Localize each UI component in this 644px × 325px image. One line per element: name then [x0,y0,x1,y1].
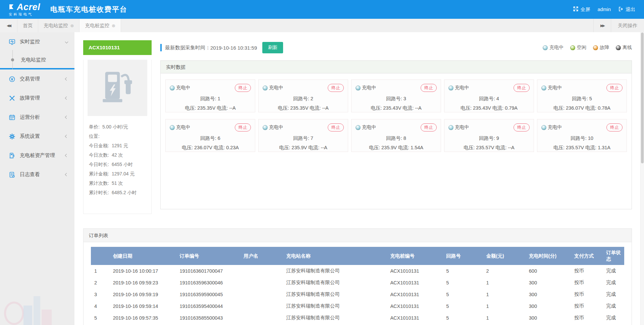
terminate-button[interactable]: 终止 [514,84,530,92]
voltage-value: 235.57V [566,145,584,150]
voltage-label: 电压: [371,105,382,111]
chevron-left-icon [65,173,68,176]
fullscreen-label: 全屏 [581,6,590,13]
decorative-skyline [0,281,74,325]
sidebar-item-1[interactable]: 交易管理 [0,69,74,89]
charging-status-icon [356,86,361,91]
legend-item-3: 离线 [616,45,632,51]
tabs-scroll-right-button[interactable]: ▶▶ [593,19,611,32]
index-column-header [91,247,110,265]
order-cell: 江苏安科瑞制造有限公司 [283,277,387,288]
circuit-status-label: 充电中 [269,85,283,91]
logout-label: 退出 [626,6,635,13]
tab-close-icon[interactable]: ⊗ [70,23,74,28]
terminate-button[interactable]: 终止 [606,84,623,92]
order-cell: 1910163596300046 [176,277,240,288]
sidebar-item-2[interactable]: 故障管理 [0,89,74,108]
realtime-panel-title: 实时数据 [161,61,632,73]
collect-time-label: 最新数据采集时间： [165,45,210,51]
column-header: 支付方式 [571,247,603,265]
stat-value: 5.00 小时/元 [102,124,128,129]
order-cell: ACX1010131 [387,277,443,288]
terminate-button[interactable]: 终止 [235,84,251,92]
order-cell: 投币 [571,277,603,288]
sidebar-item-3[interactable]: 运营分析 [0,108,74,127]
voltage-value: 235.35V [197,105,215,111]
voltage-value: 235.57V [476,145,494,150]
voltage-label: 电压: [461,105,472,111]
circuit-card-header: 充电中终止 [263,123,344,131]
order-cell: 江苏安科瑞制造有限公司 [283,300,387,312]
current-label: 电流: [217,105,228,111]
terminate-button[interactable]: 终止 [606,123,623,131]
table-row: 22019-10-16 09:59:231910163596300046江苏安科… [91,277,624,288]
charging-status-icon [541,125,546,130]
terminate-button[interactable]: 终止 [328,84,344,92]
vertical-scrollbar[interactable] [640,32,644,325]
column-header: 订单编号 [176,247,240,265]
sidebar-item-4[interactable]: 系统设置 [0,127,74,146]
voltage-label: 电压: [553,105,565,111]
terminate-button[interactable]: 终止 [514,123,530,131]
refresh-button[interactable]: 刷新 [262,42,283,53]
sidebar-item-6[interactable]: 日志查看 [0,165,74,184]
current-value: --A [321,145,327,150]
circuit-number-value: 8 [404,136,406,141]
sidebar-item-label: 实时监控 [20,39,40,45]
page-title: 电瓶车充电桩收费平台 [50,5,127,14]
column-header: 回路号 [443,247,483,265]
scrollbar-thumb[interactable] [641,33,644,163]
circuit-number-value: 2 [311,96,313,101]
chevron-down-icon [65,40,68,44]
current-value: --A [508,145,514,150]
sidebar-subitem-0[interactable]: 充电站监控 [0,51,74,68]
row-index-cell: 5 [91,312,110,324]
order-cell [240,277,283,288]
main-content: ACX1010131 [74,32,644,325]
fullscreen-button[interactable]: 全屏 [573,6,590,13]
legend-item-1: 空闲 [570,45,586,51]
terminate-button[interactable]: 终止 [235,123,251,131]
order-cell: 2019-10-16 09:59:19 [110,288,176,300]
order-cell: 江苏安科瑞制造有限公司 [283,312,387,324]
table-row: 42019-10-16 09:59:141910163595400044江苏安科… [91,300,624,312]
pile-asset-icon [9,152,15,159]
order-cell: 1 [483,277,526,288]
current-value: --A [322,105,328,111]
legend-label: 离线 [623,45,632,51]
terminate-button[interactable]: 终止 [328,123,344,131]
circuit-number-value: 3 [404,96,406,101]
order-cell: 江苏安科瑞制造有限公司 [283,265,387,277]
circuit-status-label: 充电中 [362,124,376,130]
tab-close-icon[interactable]: ⊗ [112,23,115,28]
tab-2[interactable]: 充电桩监控⊗ [79,19,121,32]
logout-button[interactable]: 退出 [618,6,635,13]
current-value: 0.78A [598,105,610,111]
stat-value: 1297.04 元 [112,171,135,176]
sidebar-item-0[interactable]: 实时监控 [0,32,74,51]
close-operations-button[interactable]: 关闭操作 [611,19,644,32]
legend-label: 空闲 [577,45,586,51]
tab-home[interactable]: 首页 [17,19,38,32]
column-header: 用户名 [240,247,283,265]
terminate-button[interactable]: 终止 [421,84,437,92]
circuit-number: 回路号: 6 [170,135,251,142]
circuit-card: 充电中终止回路号: 5电压: 236.07V 电流: 0.78A [537,79,627,112]
tabs-scroll-left-button[interactable]: ◀◀ [0,19,17,32]
tab-1[interactable]: 充电站监控⊗ [38,19,79,32]
circuit-values: 电压: 235.9V 电流: --A [263,145,344,151]
order-cell: 1910163585500043 [176,312,240,324]
charging-status-icon [263,86,268,91]
circuit-number: 回路号: 3 [356,96,437,102]
order-cell: 300 [526,288,571,300]
order-cell: ACX1010131 [387,265,443,277]
order-cell: 1910163595400044 [176,300,240,312]
terminate-button[interactable]: 终止 [421,123,437,131]
user-menu[interactable]: admin [598,7,611,12]
order-cell [240,288,283,300]
pile-stat-row: 今日次数:42 次 [89,152,149,158]
voltage-label: 电压: [182,145,193,150]
sidebar-item-5[interactable]: 充电桩资产管理 [0,146,74,165]
pile-stat-row: 位置: [89,133,149,140]
circuit-card: 充电中终止回路号: 6电压: 236.07V 电流: 0.23A [165,119,255,152]
